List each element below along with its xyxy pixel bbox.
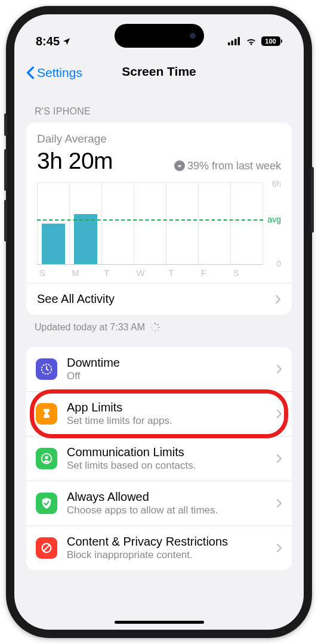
svg-line-16	[44, 545, 50, 552]
svg-rect-7	[157, 329, 159, 332]
settings-list: DowntimeOffApp LimitsSet time limits for…	[26, 347, 292, 570]
svg-rect-8	[155, 330, 156, 333]
x-axis-label: F	[199, 268, 231, 278]
svg-rect-9	[152, 329, 154, 332]
svg-rect-4	[155, 323, 156, 325]
row-subtitle: Set time limits for apps.	[67, 414, 267, 428]
section-header: R'S IPHONE	[26, 88, 292, 123]
screen: 8:45 100 Settings Screen Time	[14, 14, 304, 630]
y-axis-bottom: 0	[276, 259, 281, 268]
chevron-right-icon	[276, 364, 282, 374]
status-time: 8:45	[36, 35, 71, 48]
see-all-activity-label: See All Activity	[37, 292, 115, 306]
phone-frame: 8:45 100 Settings Screen Time	[6, 6, 312, 638]
svg-rect-0	[228, 42, 230, 45]
row-subtitle: Block inappropriate content.	[67, 549, 267, 562]
chart-col	[70, 183, 102, 264]
row-subtitle: Off	[67, 370, 267, 383]
chart-col	[199, 183, 231, 264]
always-allowed-row[interactable]: Always AllowedChoose apps to allow at al…	[26, 481, 292, 525]
spinner-icon	[150, 322, 160, 333]
communication-limits-row[interactable]: Communication LimitsSet limits based on …	[26, 436, 292, 481]
daily-average-label: Daily Average	[37, 132, 281, 145]
svg-rect-2	[234, 39, 237, 45]
chart-col	[134, 183, 166, 264]
row-subtitle: Set limits based on contacts.	[67, 459, 267, 472]
row-label: Always Allowed	[67, 490, 267, 504]
x-axis-label: S	[231, 268, 263, 278]
chart-bar	[42, 224, 64, 264]
svg-rect-5	[157, 324, 159, 326]
chevron-right-icon	[276, 543, 282, 553]
chart-col	[102, 183, 134, 264]
downtime-icon	[36, 358, 57, 380]
avg-label: avg	[267, 215, 281, 224]
page-title: Screen Time	[122, 64, 196, 79]
location-icon	[62, 37, 71, 46]
cellular-icon	[228, 37, 241, 45]
chart-bar	[74, 214, 97, 264]
x-axis-label: M	[69, 268, 101, 278]
updated-text: Updated today at 7:33 AM	[26, 315, 292, 347]
avg-line	[37, 219, 263, 221]
home-indicator[interactable]	[115, 621, 204, 624]
person-icon	[36, 448, 57, 469]
svg-rect-11	[152, 324, 154, 326]
usage-card: Daily Average 3h 20m 39% from last week	[26, 123, 292, 315]
svg-rect-1	[231, 41, 233, 45]
back-button[interactable]: Settings	[26, 66, 82, 80]
row-label: Communication Limits	[67, 445, 267, 459]
daily-average-value: 3h 20m	[37, 148, 113, 174]
row-label: Downtime	[67, 355, 267, 370]
row-label: App Limits	[67, 400, 267, 414]
trend-text: 39% from last week	[174, 160, 281, 172]
check-shield-icon	[36, 493, 57, 514]
chart-col	[38, 183, 70, 264]
x-axis-label: W	[134, 268, 166, 278]
x-axis-label: T	[166, 268, 199, 278]
row-label: Content & Privacy Restrictions	[67, 534, 267, 549]
svg-rect-6	[158, 327, 160, 328]
row-subtitle: Choose apps to allow at all times.	[67, 504, 267, 517]
see-all-activity-row[interactable]: See All Activity	[26, 283, 292, 315]
app-limits-row[interactable]: App LimitsSet time limits for apps.	[26, 391, 292, 436]
nav-bar: Settings Screen Time	[14, 54, 304, 88]
back-label: Settings	[37, 66, 82, 80]
x-axis-label: S	[37, 268, 69, 278]
wifi-icon	[245, 37, 257, 45]
chevron-right-icon	[276, 499, 282, 508]
arrow-down-circle-icon	[174, 160, 185, 171]
usage-chart: 6h avg 0 SMTWTFS	[37, 182, 281, 278]
content-privacy-row[interactable]: Content & Privacy RestrictionsBlock inap…	[26, 525, 292, 570]
svg-point-14	[45, 456, 48, 460]
nosign-icon	[36, 537, 57, 559]
dynamic-island	[115, 24, 204, 48]
battery-icon: 100	[261, 36, 283, 46]
chart-col	[231, 183, 263, 264]
chevron-right-icon	[276, 409, 282, 419]
svg-rect-10	[150, 327, 153, 328]
svg-rect-3	[237, 37, 240, 45]
chevron-left-icon	[26, 66, 35, 79]
y-axis-top: 6h	[271, 179, 281, 188]
hourglass-icon	[36, 403, 57, 425]
chart-col	[166, 183, 199, 264]
x-axis-label: T	[101, 268, 134, 278]
chevron-right-icon	[275, 295, 281, 304]
downtime-row[interactable]: DowntimeOff	[26, 347, 292, 391]
chevron-right-icon	[276, 454, 282, 463]
